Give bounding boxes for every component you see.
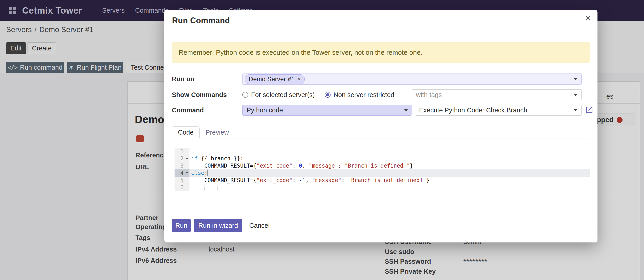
close-icon[interactable]: ×: [584, 12, 591, 24]
gutter-line: 1: [174, 148, 190, 155]
code-line: if {{ branch }}:: [190, 155, 590, 162]
chevron-down-icon: [574, 109, 578, 111]
code-line: [190, 148, 590, 155]
chevron-down-icon: [574, 94, 578, 96]
tab-preview-label: Preview: [206, 129, 229, 136]
tab-preview[interactable]: Preview: [200, 127, 234, 138]
command-type-value: Python code: [246, 106, 283, 114]
run-on-label: Run on: [172, 73, 194, 85]
tag-remove-icon[interactable]: ×: [298, 76, 301, 82]
command-select[interactable]: Execute Python Code: Check Branch: [415, 105, 582, 115]
run-in-wizard-button[interactable]: Run in wizard: [194, 219, 242, 232]
server-tag: Demo Server #1 ×: [245, 74, 304, 84]
gutter-line: 5: [174, 177, 190, 184]
command-value: Execute Python Code: Check Branch: [419, 106, 527, 114]
external-link-icon[interactable]: [585, 106, 594, 114]
editor-gutter: 123456: [174, 148, 190, 191]
radio-label: Non server restricted: [334, 91, 394, 99]
code-line: else:: [190, 169, 590, 177]
radio-circle-icon: [325, 92, 330, 98]
with-tags-placeholder: with tags: [416, 91, 442, 99]
run-button-label: Run: [175, 222, 187, 229]
tab-code-label: Code: [178, 129, 194, 136]
cancel-button-label: Cancel: [249, 222, 270, 229]
run-on-field[interactable]: Demo Server #1 ×: [242, 73, 582, 85]
with-tags-select[interactable]: with tags: [412, 89, 582, 100]
radio-for-selected-servers[interactable]: For selected server(s): [242, 91, 315, 99]
gutter-line: 4: [174, 169, 190, 177]
code-line: COMMAND_RESULT={"exit_code": 0, "message…: [190, 162, 590, 169]
gutter-line: 6: [174, 184, 190, 191]
server-tag-label: Demo Server #1: [248, 76, 295, 83]
code-line: [190, 184, 590, 191]
radio-non-server-restricted[interactable]: Non server restricted: [325, 91, 394, 99]
alert-text: Remember: Python code is executed on the…: [178, 49, 422, 56]
fold-arrow-icon[interactable]: [186, 172, 188, 174]
python-warning-alert: Remember: Python code is executed on the…: [172, 42, 590, 63]
radio-label: For selected server(s): [251, 91, 315, 99]
command-label: Command: [172, 104, 204, 116]
show-commands-label: Show Commands: [172, 89, 227, 100]
gutter-line: 3: [174, 162, 190, 169]
fold-arrow-icon[interactable]: [186, 158, 188, 160]
code-line: COMMAND_RESULT={"exit_code": -1, "messag…: [190, 177, 590, 184]
gutter-line: 2: [174, 155, 190, 162]
run-button[interactable]: Run: [172, 219, 191, 232]
modal-title: Run Command: [172, 16, 230, 25]
command-type-select[interactable]: Python code: [242, 105, 412, 115]
editor-tabs: Code Preview: [172, 127, 590, 138]
run-command-modal: Run Command × Remember: Python code is e…: [164, 10, 598, 242]
text-cursor: [208, 170, 208, 176]
tab-code[interactable]: Code: [172, 126, 200, 138]
show-commands-radio-group: For selected server(s) Non server restri…: [242, 89, 394, 100]
cancel-button[interactable]: Cancel: [246, 219, 273, 232]
chevron-down-icon: [574, 78, 578, 80]
run-in-wizard-button-label: Run in wizard: [198, 222, 238, 229]
radio-circle-icon: [242, 92, 248, 98]
chevron-down-icon: [404, 109, 408, 111]
editor-code-area[interactable]: if {{ branch }}: COMMAND_RESULT={"exit_c…: [190, 148, 590, 191]
code-editor[interactable]: 123456 if {{ branch }}: COMMAND_RESULT={…: [174, 148, 590, 191]
